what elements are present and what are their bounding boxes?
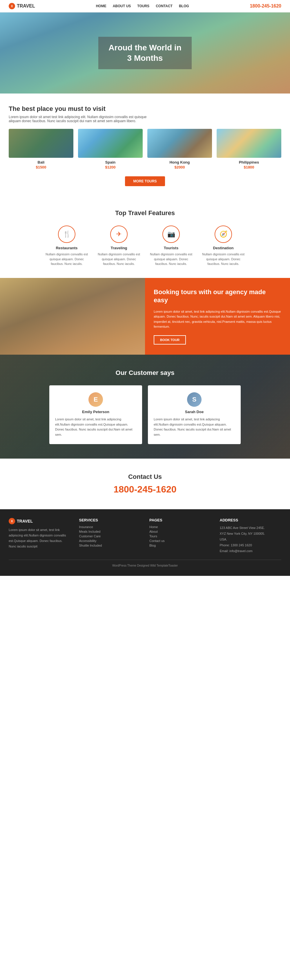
- footer-about: X TRAVEL Lorem ipsum dolor sit amet, tes…: [9, 518, 70, 554]
- destination-card-bali[interactable]: Bali $1500: [9, 129, 74, 169]
- testimonial-text: Lorem ipsum dolor sit amet, test link ad…: [154, 417, 235, 437]
- footer-page-item[interactable]: Home: [149, 525, 211, 529]
- feature-desc: Nullam dignissim convallis est quisque a…: [148, 252, 194, 266]
- best-place-heading: The best place you must to visit: [9, 105, 281, 113]
- hero-section: Aroud the World in 3 Months: [0, 13, 290, 94]
- footer-pages: PAGES HomeAboutToursContact usBlog: [149, 518, 211, 554]
- booking-content: Booking tours with our agency made easy …: [145, 278, 290, 355]
- feature-desc: Nullam dignissim convallis est quisque a…: [96, 252, 142, 266]
- footer-logo-text: TRAVEL: [17, 519, 33, 523]
- booking-description: Lorem ipsum dolor sit amet, test link ad…: [154, 309, 281, 329]
- feature-desc: Nullam dignissim convallis est quisque a…: [43, 252, 90, 266]
- logo[interactable]: X TRAVEL: [9, 3, 35, 9]
- footer-service-item[interactable]: Accessibility: [79, 539, 141, 542]
- nav-links: HOMEABOUT USTOURSCONTACTBLOG: [96, 4, 189, 8]
- footer-pages-heading: PAGES: [149, 518, 211, 522]
- nav-link-about-us[interactable]: ABOUT US: [113, 4, 131, 8]
- booking-image: [0, 278, 145, 355]
- destination-price: $1800: [216, 165, 281, 169]
- feature-icon-destination: 🧭: [215, 226, 232, 243]
- feature-title: Tourists: [148, 246, 194, 250]
- customer-heading: Our Customer says: [9, 369, 281, 377]
- feature-icon-restaurants: 🍴: [58, 226, 75, 243]
- footer-page-item[interactable]: Contact us: [149, 539, 211, 542]
- nav-link-blog[interactable]: BLOG: [179, 4, 189, 8]
- best-place-description: Lorem ipsum dolor sit amet test link adi…: [9, 115, 154, 123]
- feature-card-destination: 🧭 Destination Nullam dignissim convallis…: [200, 226, 247, 266]
- logo-text: TRAVEL: [17, 3, 35, 9]
- destination-image: [147, 129, 212, 158]
- booking-heading: Booking tours with our agency made easy: [154, 288, 281, 305]
- footer-address-heading: ADDRESS: [220, 518, 282, 522]
- footer-services-heading: SERVICES: [79, 518, 141, 522]
- footer-services: SERVICES InsuranceMeals IncludedCustomer…: [79, 518, 141, 554]
- footer-services-list: InsuranceMeals IncludedCustomer CareAcce…: [79, 525, 141, 547]
- testimonials-grid: E Emily Peterson Lorem ipsum dolor sit a…: [9, 385, 281, 444]
- customer-section: Our Customer says E Emily Peterson Lorem…: [0, 355, 290, 458]
- testimonial-avatar: E: [88, 392, 103, 407]
- features-heading: Top Travel Features: [9, 209, 281, 217]
- footer-logo-icon: X: [9, 518, 15, 524]
- footer-service-item[interactable]: Shuttle Included: [79, 544, 141, 547]
- destination-image: [9, 129, 74, 158]
- destination-name: Hong Kong: [147, 160, 212, 164]
- footer-copyright: WordPress Theme Designed Wild TemplateTo…: [9, 560, 281, 567]
- destination-price: $1500: [9, 165, 74, 169]
- footer-service-item[interactable]: Meals Included: [79, 530, 141, 533]
- footer-page-item[interactable]: About: [149, 530, 211, 533]
- testimonial-text: Lorem ipsum dolor sit amet, test link ad…: [55, 417, 136, 437]
- nav-link-contact[interactable]: CONTACT: [156, 4, 173, 8]
- destinations-grid: Bali $1500 Spain $1200 Hong Kong $2000 P…: [9, 129, 281, 169]
- footer-grid: X TRAVEL Lorem ipsum dolor sit amet, tes…: [9, 518, 281, 554]
- feature-icon-tourists: 📷: [162, 226, 180, 243]
- contact-section: Contact Us 1800-245-1620: [0, 458, 290, 509]
- nav-link-home[interactable]: HOME: [96, 4, 106, 8]
- footer: X TRAVEL Lorem ipsum dolor sit amet, tes…: [0, 509, 290, 576]
- footer-service-item[interactable]: Insurance: [79, 525, 141, 529]
- feature-icon-traveling: ✈: [110, 226, 128, 243]
- feature-title: Restaurants: [43, 246, 90, 250]
- footer-page-item[interactable]: Blog: [149, 544, 211, 547]
- footer-logo: X TRAVEL: [9, 518, 70, 524]
- footer-page-item[interactable]: Tours: [149, 535, 211, 538]
- destination-name: Spain: [78, 160, 143, 164]
- footer-pages-list: HomeAboutToursContact usBlog: [149, 525, 211, 547]
- destination-card-philippines[interactable]: Philippines $1800: [216, 129, 281, 169]
- destination-name: Philippines: [216, 160, 281, 164]
- more-tours-button[interactable]: MORE TOURS: [125, 176, 165, 186]
- hero-content: Aroud the World in 3 Months: [98, 37, 191, 70]
- booking-section: Booking tours with our agency made easy …: [0, 278, 290, 355]
- footer-address: ADDRESS 123 ABC Ave Street View 245E.XYZ…: [220, 518, 282, 554]
- feature-desc: Nullam dignissim convallis est quisque a…: [200, 252, 247, 266]
- testimonial-card-sarah-doe: S Sarah Doe Lorem ipsum dolor sit amet, …: [148, 385, 241, 444]
- navbar: X TRAVEL HOMEABOUT USTOURSCONTACTBLOG 18…: [0, 0, 290, 13]
- feature-title: Destination: [200, 246, 247, 250]
- booking-image-overlay: [0, 278, 145, 355]
- features-grid: 🍴 Restaurants Nullam dignissim convallis…: [9, 226, 281, 266]
- destination-image: [216, 129, 281, 158]
- destination-price: $2000: [147, 165, 212, 169]
- testimonial-name: Sarah Doe: [154, 410, 235, 414]
- feature-title: Traveling: [96, 246, 142, 250]
- footer-service-item[interactable]: Customer Care: [79, 535, 141, 538]
- footer-address-lines: 123 ABC Ave Street View 245E.XYZ New Yor…: [220, 525, 282, 554]
- destination-image: [78, 129, 143, 158]
- testimonial-avatar: S: [187, 392, 202, 407]
- feature-card-traveling: ✈ Traveling Nullam dignissim convallis e…: [96, 226, 142, 266]
- logo-icon: X: [9, 3, 15, 9]
- destination-card-hong-kong[interactable]: Hong Kong $2000: [147, 129, 212, 169]
- contact-phone[interactable]: 1800-245-1620: [9, 484, 281, 495]
- feature-card-tourists: 📷 Tourists Nullam dignissim convallis es…: [148, 226, 194, 266]
- best-place-section: The best place you must to visit Lorem i…: [0, 94, 290, 198]
- footer-about-text: Lorem ipsum dolor sit amet, test link ad…: [9, 527, 70, 549]
- nav-phone[interactable]: 1800-245-1620: [250, 3, 281, 9]
- testimonial-name: Emily Peterson: [55, 410, 136, 414]
- contact-heading: Contact Us: [9, 473, 281, 480]
- destination-name: Bali: [9, 160, 74, 164]
- destination-price: $1200: [78, 165, 143, 169]
- feature-card-restaurants: 🍴 Restaurants Nullam dignissim convallis…: [43, 226, 90, 266]
- destination-card-spain[interactable]: Spain $1200: [78, 129, 143, 169]
- book-tour-button[interactable]: BOOK TOUR: [154, 335, 186, 345]
- nav-link-tours[interactable]: TOURS: [137, 4, 149, 8]
- features-section: Top Travel Features 🍴 Restaurants Nullam…: [0, 198, 290, 278]
